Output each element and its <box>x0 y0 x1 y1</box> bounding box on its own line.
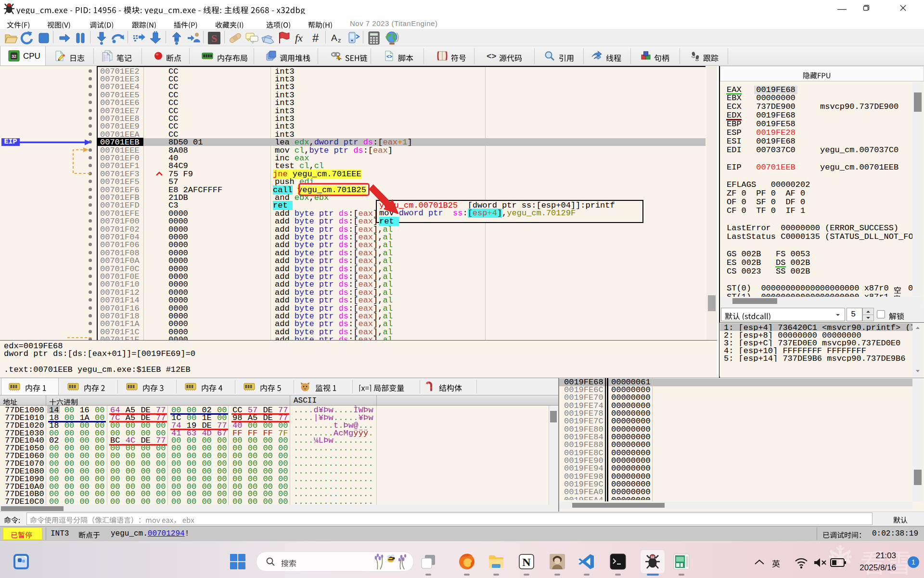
svg-text:<>: <> <box>386 54 392 60</box>
svg-text:32: 32 <box>651 555 654 559</box>
svg-text:32: 32 <box>12 54 16 59</box>
svg-text:#: # <box>312 31 319 44</box>
svg-text:<>: <> <box>487 52 496 61</box>
svg-text:S: S <box>211 32 217 44</box>
svg-text:!: ! <box>338 56 339 59</box>
svg-text:N: N <box>522 556 531 568</box>
svg-text:z: z <box>338 37 341 44</box>
svg-text:fx: fx <box>295 32 303 44</box>
svg-text:A: A <box>331 33 337 43</box>
